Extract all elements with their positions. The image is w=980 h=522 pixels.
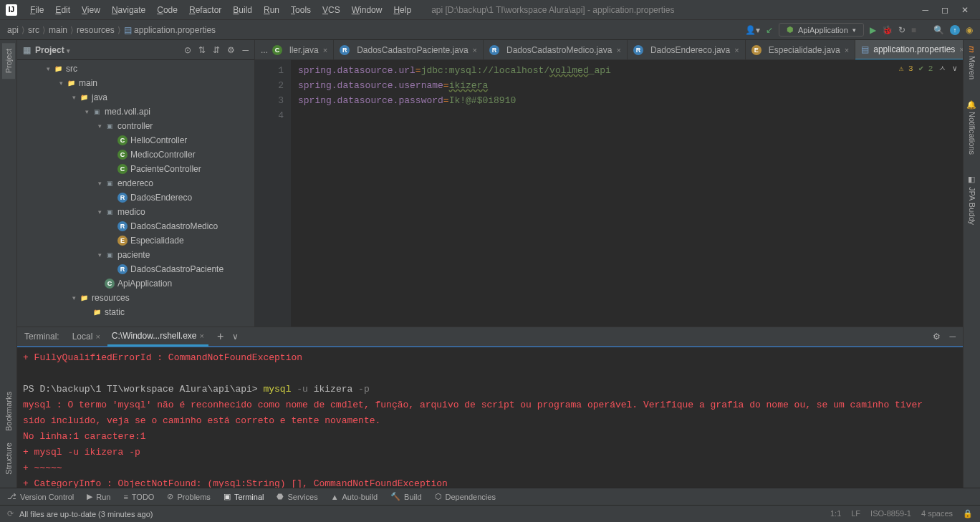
tree-node[interactable]: ▾▣paciente [17,248,254,262]
bottom-tab-todo[interactable]: ≡TODO [123,493,154,501]
menu-refactor[interactable]: Refactor [183,5,227,15]
gutter-tab-jpa-buddy[interactable]: ◧JPA Buddy [965,172,979,228]
menu-tools[interactable]: Tools [285,5,317,15]
bottom-tab-run[interactable]: ▶Run [87,492,110,501]
terminal-tab-close-icon[interactable]: × [95,332,100,341]
tree-node[interactable]: ▾▣med.voll.api [17,105,254,119]
minimize-button[interactable]: ─ [922,5,928,15]
editor-tab[interactable]: RDadosCadastroPaciente.java× [334,40,484,60]
menu-view[interactable]: View [76,5,106,15]
settings-icon[interactable]: ⚙ [227,45,235,55]
vcs-status-icon[interactable]: ⟳ [7,509,14,518]
terminal-tab-close-icon[interactable]: × [200,332,204,340]
gutter-tab-maven[interactable]: mMaven [966,43,979,82]
tab-close-icon[interactable]: × [845,46,849,54]
ide-settings-icon[interactable]: ◉ [966,25,973,35]
sync-icon[interactable]: ↙ [766,25,773,35]
run-button[interactable]: ▶ [870,25,876,35]
tree-node[interactable]: RDadosCadastroPaciente [17,262,254,276]
search-icon[interactable]: 🔍 [933,25,944,35]
menu-build[interactable]: Build [227,5,258,15]
tree-node[interactable]: EEspecialidade [17,233,254,248]
weak-warnings-badge[interactable]: ✔ 2 [919,64,933,73]
tree-node[interactable]: RDadosCadastroMedico [17,219,254,233]
gutter-tab-notifications[interactable]: 🔔Notifications [965,97,979,158]
stop-button[interactable]: ■ [911,25,916,35]
tree-node[interactable]: ▾📁src [17,62,254,76]
hide-icon[interactable]: ─ [242,45,249,55]
terminal-settings-icon[interactable]: ⚙ [933,332,941,342]
menu-navigate[interactable]: Navigate [106,5,151,15]
status-item[interactable]: 1:1 [830,509,841,518]
tab-close-icon[interactable]: × [323,46,327,54]
gutter-tab-bookmarks[interactable]: Bookmarks [2,386,15,437]
gutter-tab-project[interactable]: Project [2,43,15,79]
terminal-tab[interactable]: C:\Window...rshell.exe× [107,327,208,347]
bottom-tab-auto-build[interactable]: ▲Auto-build [331,493,378,501]
terminal-dropdown-icon[interactable]: ∨ [232,332,239,342]
bottom-tab-terminal[interactable]: ▣Terminal [224,492,264,501]
close-button[interactable]: ✕ [961,5,969,15]
breadcrumb-item[interactable]: src [28,25,39,35]
tree-node[interactable]: ▾▣medico [17,205,254,219]
status-item[interactable]: LF [851,509,860,518]
menu-help[interactable]: Help [388,5,417,15]
gutter-tab-structure[interactable]: Structure [2,437,15,480]
tree-node[interactable]: CHelloController [17,133,254,148]
tab-close-icon[interactable]: × [616,46,620,54]
maximize-button[interactable]: ◻ [941,5,948,15]
tree-node[interactable]: 📁static [17,305,254,319]
run-configuration-selector[interactable]: ⬢ ApiApplication ▾ [779,23,864,37]
bottom-tab-build[interactable]: 🔨Build [390,492,421,501]
menu-file[interactable]: File [24,5,49,15]
tree-node[interactable]: ▾▣endereco [17,176,254,190]
breadcrumb-item[interactable]: main [49,25,67,35]
terminal-content[interactable]: + FullyQualifiedErrorId : CommandNotFoun… [17,347,963,488]
tree-node[interactable]: ▾📁resources [17,291,254,305]
menu-code[interactable]: Code [151,5,183,15]
editor-tab[interactable]: RDadosCadastroMedico.java× [484,40,628,60]
tab-close-icon[interactable]: × [734,46,739,54]
editor-tab[interactable]: RDadosEndereco.java× [628,40,746,60]
select-opened-file-icon[interactable]: ⊙ [184,45,191,55]
warnings-badge[interactable]: ⚠ 3 [899,64,913,73]
menu-run[interactable]: Run [258,5,285,15]
code-area[interactable]: spring.datasource.url=jdbc:mysql://local… [291,60,963,327]
menu-edit[interactable]: Edit [49,5,76,15]
tree-node[interactable]: ▾📁java [17,90,254,105]
tree-node[interactable]: ▾📁main [17,76,254,90]
status-item[interactable]: 4 spaces [921,509,953,518]
collapse-all-icon[interactable]: ⇵ [213,45,220,55]
tree-node[interactable]: CApiApplication [17,276,254,291]
editor-tab[interactable]: ▤application.properties× [855,40,963,60]
prev-highlight-icon[interactable]: ㅅ [938,63,946,74]
bottom-tab-services[interactable]: ⬣Services [277,492,317,501]
tree-node[interactable]: CMedicoController [17,148,254,162]
user-icon[interactable]: 👤▾ [745,25,760,35]
tree-node[interactable]: ▾▣controller [17,119,254,133]
bottom-tab-dependencies[interactable]: ⬡Dependencies [435,492,496,501]
project-tree[interactable]: ▾📁src▾📁main▾📁java▾▣med.voll.api▾▣control… [17,60,254,327]
new-terminal-tab-button[interactable]: + [217,330,224,343]
tree-node[interactable]: RDadosEndereco [17,190,254,205]
update-icon[interactable]: ↑ [950,25,960,35]
editor-inspections[interactable]: ⚠ 3 ✔ 2 ㅅ ∨ [899,63,957,74]
menu-vcs[interactable]: VCS [317,5,346,15]
menu-window[interactable]: Window [346,5,388,15]
breadcrumb-item[interactable]: ▤ application.properties [124,25,216,35]
lock-icon[interactable]: 🔒 [963,509,973,518]
expand-all-icon[interactable]: ⇅ [198,45,206,55]
debug-button[interactable]: 🐞 [882,25,893,35]
next-highlight-icon[interactable]: ∨ [952,64,957,73]
breadcrumb-item[interactable]: api [7,25,19,35]
bottom-tab-problems[interactable]: ⊘Problems [167,492,210,501]
bottom-tab-version-control[interactable]: ⎇Version Control [7,492,74,501]
terminal-hide-icon[interactable]: ─ [949,332,956,342]
tree-node[interactable]: CPacienteController [17,162,254,176]
terminal-tab[interactable]: Local× [68,327,105,347]
editor-tab[interactable]: EEspecialidade.java× [746,40,856,60]
tab-close-icon[interactable]: × [473,46,477,54]
breadcrumb-item[interactable]: resources [77,25,115,35]
editor-tab[interactable]: ...Cller.java× [255,40,334,60]
coverage-button[interactable]: ↻ [898,25,905,35]
